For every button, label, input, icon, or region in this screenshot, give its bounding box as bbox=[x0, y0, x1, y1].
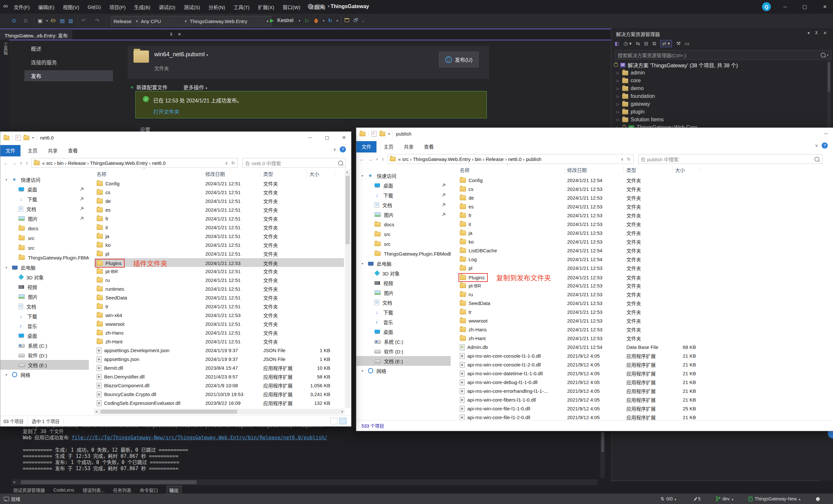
close-panel-icon[interactable]: ✕ bbox=[823, 30, 827, 35]
file-row[interactable]: ListDBCache 2024/1/21 12:54 文件夹 bbox=[457, 246, 828, 255]
panel-tab[interactable]: 测试资源管理器 bbox=[13, 487, 45, 493]
titlebar-search[interactable]: 搜索 ▼ bbox=[308, 3, 330, 10]
menu-item[interactable]: 窗口(W) bbox=[280, 2, 304, 12]
sync-commits-status[interactable]: ⇅0/0▴ bbox=[661, 494, 676, 504]
column-name[interactable]: ⌃名称 bbox=[457, 167, 565, 173]
address-field[interactable]: « src › ThingsGateway.Web.Entry › bin › … bbox=[387, 154, 634, 164]
solution-platforms-icon[interactable]: 🗗 bbox=[353, 18, 359, 23]
nav-pane-item[interactable]: ▾ 视频 bbox=[356, 278, 451, 288]
quick-access-check-icon[interactable] bbox=[16, 135, 21, 141]
file-row[interactable]: zh-Hans 2024/1/21 12:53 文件夹 bbox=[457, 325, 828, 334]
file-row[interactable]: appsettings.json 2024/1/19 9:37 JSON Fil… bbox=[94, 355, 344, 363]
start-debug-icon[interactable]: ▶ bbox=[270, 18, 274, 23]
maximize-button[interactable]: ▢ bbox=[797, 0, 812, 14]
chevron-down-icon[interactable]: ▾ bbox=[299, 19, 300, 22]
nav-pane-item[interactable]: ▾ 图片 bbox=[0, 213, 89, 223]
nav-pane-item[interactable]: ▾ docs bbox=[0, 223, 89, 233]
ribbon-collapse-icon[interactable]: ∨ bbox=[333, 147, 336, 152]
file-row[interactable]: es 2024/1/21 12:51 文件夹 bbox=[94, 205, 344, 214]
file-row[interactable]: ko 2024/1/21 12:51 文件夹 bbox=[94, 241, 344, 249]
publish-profile-name[interactable]: win64_net6.pubxml ▾ bbox=[154, 51, 208, 58]
address-dropdown-icon[interactable]: ∨ bbox=[225, 161, 228, 166]
start-without-debug-icon[interactable]: ▷ bbox=[305, 18, 309, 23]
file-row[interactable]: ru 2024/1/21 12:51 文件夹 bbox=[94, 276, 344, 284]
column-date[interactable]: 修改日期 bbox=[203, 170, 261, 177]
file-row[interactable]: es 2024/1/21 12:53 文件夹 bbox=[457, 202, 828, 211]
nav-pane-item[interactable]: ▾ 文档 (E:) bbox=[356, 356, 451, 366]
nav-pane-item[interactable]: ▾ 视频 bbox=[0, 282, 89, 292]
output-console[interactable]: 复制了 30 个文件 Web 应用已成功发布 file:///E:/Tg/Thi… bbox=[23, 429, 595, 472]
file-row[interactable]: win-x64 2024/1/21 12:53 文件夹 bbox=[94, 311, 344, 320]
file-row[interactable]: Ben.Demystifier.dll 2021/4/23 8:57 应用程序扩… bbox=[94, 372, 344, 381]
publish-folder-link[interactable]: file:///E:/Tg/ThingsGateway-New/src/Thin… bbox=[72, 435, 327, 440]
file-row[interactable]: cs 2024/1/21 12:53 文件夹 bbox=[457, 185, 828, 194]
nav-pane-item[interactable]: ▾ 3D 对象 bbox=[0, 272, 89, 282]
file-row[interactable]: Admin.db 2024/1/21 12:54 Data Base File … bbox=[457, 343, 828, 352]
ribbon-tab-share[interactable]: 共享 bbox=[43, 145, 62, 156]
nav-pane-item[interactable]: ▾ 下载 bbox=[356, 307, 451, 317]
column-size[interactable]: 大小 bbox=[307, 170, 335, 177]
panel-tab[interactable]: 错误列表... bbox=[82, 487, 105, 493]
redo-icon[interactable]: ↷ bbox=[95, 18, 99, 24]
close-button[interactable]: ✕ bbox=[817, 0, 832, 14]
nav-pane-item[interactable]: ▾ ThingsGateway.Plugin.FBModbu bbox=[356, 249, 451, 258]
nav-pane-item[interactable]: ▾ 系统 (C:) bbox=[356, 336, 451, 346]
file-row[interactable]: tr 2024/1/21 12:51 文件夹 bbox=[94, 302, 344, 311]
file-row[interactable]: tr 2024/1/21 12:53 文件夹 bbox=[457, 308, 828, 317]
close-tab-icon[interactable]: ✕ bbox=[178, 32, 181, 37]
account-avatar[interactable]: Q bbox=[762, 2, 771, 11]
find-in-files-icon[interactable]: 🗔 bbox=[344, 18, 350, 23]
refresh-icon[interactable]: ↻ bbox=[328, 18, 332, 24]
ribbon-tab-file[interactable]: 文件 bbox=[0, 145, 21, 156]
platform-select[interactable]: Any CPU▾ bbox=[138, 16, 189, 26]
publish-button[interactable]: 发布(U) bbox=[439, 52, 479, 67]
panel-tab[interactable]: 命令窗口 bbox=[140, 487, 158, 493]
menu-item[interactable]: 调试(D) bbox=[156, 2, 178, 12]
navigate-back-icon[interactable]: ⊙ bbox=[12, 18, 16, 24]
vertical-scrollbar[interactable] bbox=[345, 170, 351, 408]
properties-wrench-icon[interactable]: ⚒ bbox=[676, 41, 681, 47]
column-name[interactable]: ⌃名称 bbox=[94, 170, 203, 177]
panel-tab[interactable]: 任务列表 bbox=[113, 487, 132, 493]
file-row[interactable]: it 2024/1/21 12:53 文件夹 bbox=[457, 220, 828, 229]
file-row[interactable]: runtimes 2024/1/21 12:51 文件夹 bbox=[94, 284, 344, 293]
solution-tree-node[interactable]: ▷ demo bbox=[612, 84, 833, 92]
recent-locations-icon[interactable]: ∨ bbox=[376, 157, 378, 161]
explorer-search-input[interactable]: 在 net6.0 中搜索 bbox=[242, 158, 346, 168]
nav-pane-item[interactable]: ▾ 3D 对象 bbox=[356, 268, 451, 278]
new-profile-button[interactable]: +新建配置文件 bbox=[130, 83, 168, 91]
feedback-icon[interactable] bbox=[4, 497, 9, 501]
expand-icon[interactable]: ▷ bbox=[616, 102, 620, 106]
chevron-icon[interactable]: ▾ bbox=[361, 262, 365, 265]
file-row[interactable]: zh-Hant 2024/1/21 12:53 文件夹 bbox=[457, 334, 828, 343]
qat-caret-icon[interactable]: ▾ bbox=[388, 132, 390, 135]
chevron-icon[interactable]: ▾ bbox=[5, 373, 9, 377]
solution-tree-node[interactable]: ▷ plugin bbox=[612, 108, 833, 116]
file-row[interactable]: ja 2024/1/21 12:51 文件夹 bbox=[94, 232, 344, 241]
output-vertical-scrollbar[interactable] bbox=[600, 430, 605, 478]
file-row[interactable]: appsettings.Development.json 2024/1/19 9… bbox=[94, 346, 344, 355]
solution-tree-node[interactable]: ▷ Solution Items bbox=[612, 116, 833, 124]
nav-pane-item[interactable]: ▾ docs bbox=[356, 220, 451, 229]
solution-tree-node[interactable]: ▷ core bbox=[612, 77, 833, 84]
document-tab[interactable]: ThingsGatew...eb.Entry: 发布 bbox=[0, 30, 72, 40]
file-row[interactable]: api-ms-win-core-fibers-l1-1-0.dll 2021/9… bbox=[457, 395, 828, 404]
sync-with-active-document-icon[interactable]: ⇄ ▾ bbox=[660, 40, 672, 47]
nav-pane-item[interactable]: ▾ 此电脑 bbox=[0, 262, 89, 272]
back-icon[interactable]: ← bbox=[4, 160, 8, 166]
breadcrumb[interactable]: « src › ThingsGateway.Web.Entry › bin › … bbox=[398, 156, 542, 162]
file-row[interactable]: BouncyCastle.Crypto.dll 2021/10/19 19:53… bbox=[94, 390, 344, 399]
file-row[interactable]: pt-BR 2024/1/21 12:53 文件夹 bbox=[457, 281, 828, 290]
nav-pane-item[interactable]: ▾ 下载 bbox=[356, 190, 451, 200]
expand-icon[interactable]: ▷ bbox=[616, 86, 620, 91]
nav-pane-item[interactable]: ▾ 系统 (C:) bbox=[0, 341, 89, 350]
nav-pane-item[interactable]: ▾ 下载 bbox=[0, 311, 89, 321]
file-row[interactable]: SeedData 2024/1/21 12:53 文件夹 bbox=[457, 299, 828, 308]
forward-icon[interactable]: → bbox=[368, 156, 373, 162]
nav-pane-item[interactable]: ▾ 文档 bbox=[356, 200, 451, 210]
solution-tree-node[interactable]: ▷ foundation bbox=[612, 92, 833, 100]
nav-pane-item[interactable]: ▾ src bbox=[0, 233, 89, 243]
panel-tab[interactable]: CodeLens bbox=[53, 487, 74, 493]
nav-pane-item[interactable]: ▾ 快速访问 bbox=[356, 171, 451, 180]
help-icon[interactable]: ? bbox=[340, 146, 346, 152]
